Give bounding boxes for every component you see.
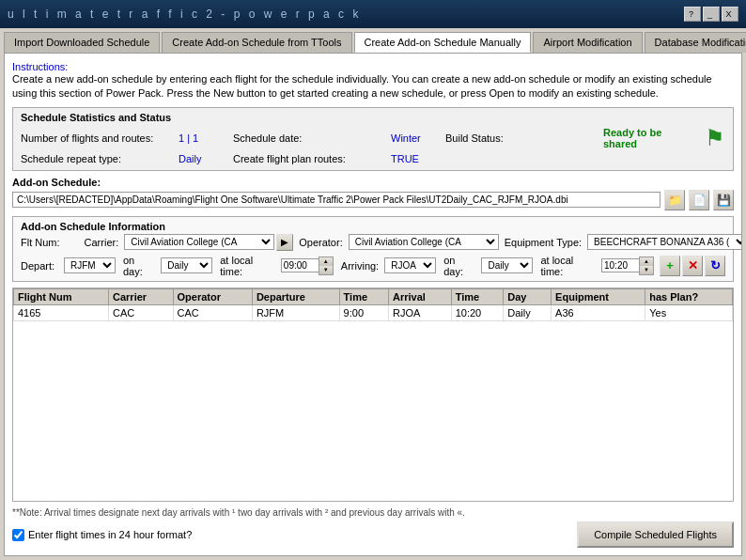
open-folder-button[interactable]: 📁 [664, 190, 685, 210]
main-container: Import Downloaded Schedule Create Add-on… [0, 28, 746, 560]
arriving-time-up[interactable]: ▲ [640, 257, 653, 266]
col-arrival: Arrival [389, 288, 452, 304]
app-title: u l t i m a t e t r a f f i c 2 - p o w … [8, 8, 361, 21]
minimize-button[interactable]: _ [703, 7, 720, 22]
statistics-label: Schedule Statistics and Status [21, 112, 725, 123]
addon-path-row: 📁 📄 💾 [12, 190, 734, 210]
carrier-select-group: Civil Aviation College (CA ▶ [124, 234, 293, 251]
depart-time-up[interactable]: ▲ [319, 257, 333, 266]
depart-time-group: ▲ ▼ [281, 257, 334, 275]
addon-info-section: Add-on Schedule Information Flt Num: Car… [12, 216, 734, 282]
close-button[interactable]: X [722, 7, 738, 22]
compile-button[interactable]: Compile Scheduled Flights [577, 521, 734, 548]
depart-label: Depart: [21, 260, 58, 272]
cell-2: CAC [173, 304, 252, 320]
operator-label: Operator: [299, 237, 342, 248]
cell-1: CAC [109, 304, 174, 320]
col-flight-num: Flight Num [14, 288, 109, 304]
arriving-time-down[interactable]: ▼ [640, 266, 653, 274]
flight-table: Flight Num Carrier Operator Departure Ti… [12, 288, 734, 502]
carrier-label: Carrier: [85, 237, 119, 248]
build-status-label: Build Status: [445, 132, 596, 144]
statistics-section: Schedule Statistics and Status Number of… [12, 107, 734, 171]
flights-routes-label: Number of flights and routes: [21, 132, 171, 144]
window-controls[interactable]: ? _ X [684, 7, 738, 22]
col-equipment: Equipment [552, 288, 645, 304]
operator-select[interactable]: Civil Aviation College (CA [349, 234, 499, 250]
save-button[interactable]: 💾 [713, 190, 734, 210]
cell-0: 4165 [14, 304, 109, 320]
stats-row-2: Schedule repeat type: Daily Create fligh… [21, 153, 725, 164]
24hour-checkbox-label[interactable]: Enter flight times in 24 hour format? [12, 529, 192, 541]
arriving-on-day-label: on day: [443, 255, 475, 277]
tab-database-mod[interactable]: Database Modification [645, 32, 746, 53]
refresh-button[interactable]: ↻ [705, 256, 725, 276]
equipment-select[interactable]: BEECHCRAFT BONANZA A36 ( [587, 234, 742, 250]
addon-info-label: Add-on Schedule Information [21, 221, 725, 232]
col-day: Day [504, 288, 552, 304]
cell-4: 9:00 [339, 304, 388, 320]
instructions-label: Instructions: [12, 61, 734, 72]
depart-time-spinner[interactable]: ▲ ▼ [319, 257, 334, 275]
carrier-browse-button[interactable]: ▶ [276, 234, 293, 251]
bottom-section: **Note: Arrival times designate next day… [12, 507, 734, 548]
action-buttons: + ✕ ↻ [660, 256, 725, 276]
tab-create-manually[interactable]: Create Add-on Schedule Manually [354, 32, 532, 53]
add-flight-button[interactable]: + [660, 256, 680, 276]
arriving-time-input[interactable] [601, 258, 639, 272]
arriving-day-select[interactable]: Daily [481, 257, 533, 273]
arriving-at-local-time-label: at local time: [540, 255, 596, 277]
operator-select-group: Civil Aviation College (CA [349, 234, 499, 250]
tab-import[interactable]: Import Downloaded Schedule [4, 32, 160, 53]
depart-time-input[interactable] [281, 258, 319, 272]
col-carrier: Carrier [109, 288, 174, 304]
flights-table: Flight Num Carrier Operator Departure Ti… [13, 288, 733, 321]
flights-routes-value: 1 | 1 [179, 132, 225, 144]
new-file-button[interactable]: 📄 [689, 190, 709, 210]
flight-plan-value: TRUE [391, 153, 438, 164]
tab-create-ttools[interactable]: Create Add-on Schedule from TTools [162, 32, 351, 53]
depart-on-day-label: on day: [123, 255, 155, 277]
repeat-type-value: Daily [179, 153, 225, 164]
col-operator: Operator [173, 288, 252, 304]
cell-8: A36 [552, 304, 645, 320]
repeat-type-label: Schedule repeat type: [21, 153, 171, 164]
24hour-checkbox[interactable] [12, 529, 24, 541]
instructions-text: Create a new add-on schedule by entering… [12, 72, 734, 101]
arriving-time-spinner[interactable]: ▲ ▼ [639, 257, 654, 275]
table-header-row: Flight Num Carrier Operator Departure Ti… [14, 288, 733, 304]
col-time: Time [339, 288, 388, 304]
depart-time-down[interactable]: ▼ [319, 266, 333, 274]
carrier-select[interactable]: Civil Aviation College (CA [124, 234, 274, 250]
cell-9: Yes [645, 304, 733, 320]
build-status-value: Ready to be shared [603, 127, 693, 149]
arriving-time-group: ▲ ▼ [601, 257, 654, 275]
depart-airport-select[interactable]: RJFM [64, 257, 116, 273]
bottom-row: Enter flight times in 24 hour format? Co… [12, 521, 734, 548]
table-row: 4165CACCACRJFM9:00RJOA10:20DailyA36Yes [14, 304, 733, 320]
content-panel: Instructions: Create a new add-on schedu… [4, 53, 742, 556]
arriving-label: Arriving: [341, 260, 379, 272]
arriving-airport-select[interactable]: RJOA [384, 257, 436, 273]
schedule-date-label: Schedule date: [233, 132, 383, 144]
delete-flight-button[interactable]: ✕ [682, 256, 703, 276]
addon-path-input[interactable] [12, 192, 661, 208]
col-has-plan: has Plan? [645, 288, 733, 304]
cell-3: RJFM [252, 304, 339, 320]
depart-row: Depart: RJFM on day: Daily at local time… [21, 255, 725, 277]
equipment-select-group: BEECHCRAFT BONANZA A36 ( ▶ [587, 234, 742, 251]
col-departure: Departure [252, 288, 339, 304]
depart-day-select[interactable]: Daily [161, 257, 212, 273]
addon-schedule-section: Add-on Schedule: 📁 📄 💾 [12, 177, 734, 210]
flight-plan-label: Create flight plan routes: [233, 153, 383, 164]
tab-airport-mod[interactable]: Airport Modification [533, 32, 642, 53]
cell-5: RJOA [389, 304, 452, 320]
title-bar: u l t i m a t e t r a f f i c 2 - p o w … [0, 0, 746, 28]
24hour-label: Enter flight times in 24 hour format? [28, 529, 192, 540]
help-button[interactable]: ? [684, 7, 701, 22]
schedule-date-value: Winter [391, 132, 438, 144]
addon-schedule-label: Add-on Schedule: [12, 177, 734, 188]
cell-7: Daily [504, 304, 552, 320]
flt-num-label: Flt Num: [21, 237, 60, 248]
equipment-type-label: Equipment Type: [505, 237, 582, 248]
